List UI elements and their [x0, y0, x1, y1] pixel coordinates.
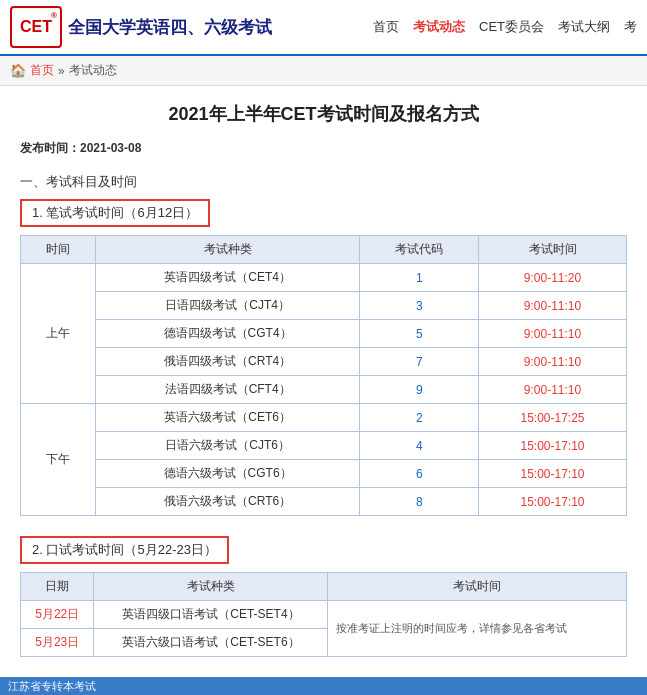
table-row: 上午 英语四级考试（CET4） 1 9:00-11:20: [21, 264, 627, 292]
publish-date: 2021-03-08: [80, 141, 141, 155]
table-row: 俄语六级考试（CRT6） 8 15:00-17:10: [21, 488, 627, 516]
period-afternoon: 下午: [21, 404, 96, 516]
oral-subtitle: 2. 口试考试时间（5月22-23日）: [20, 536, 229, 564]
exam-name: 德语四级考试（CGT4）: [95, 320, 360, 348]
watermark-bar: 江苏省专转本考试: [0, 677, 647, 695]
exam-name: 日语六级考试（CJT6）: [95, 432, 360, 460]
site-title: 全国大学英语四、六级考试: [68, 16, 272, 39]
main-content: 2021年上半年CET考试时间及报名方式 发布时间：2021-03-08 一、考…: [0, 86, 647, 673]
exam-time: 9:00-11:10: [479, 348, 627, 376]
exam-time: 15:00-17:10: [479, 488, 627, 516]
oral-date: 5月23日: [21, 629, 94, 657]
logo-text: CET: [20, 18, 52, 36]
period-morning: 上午: [21, 264, 96, 404]
exam-code: 3: [360, 292, 479, 320]
publish-label: 发布时间：: [20, 141, 80, 155]
exam-code: 8: [360, 488, 479, 516]
exam-name: 英语四级考试（CET4）: [95, 264, 360, 292]
oral-exam-name: 英语四级口语考试（CET-SET4）: [94, 601, 328, 629]
nav-news[interactable]: 考试动态: [413, 18, 465, 36]
exam-time: 15:00-17:10: [479, 432, 627, 460]
section-one-title: 一、考试科目及时间: [20, 173, 627, 191]
exam-time: 9:00-11:20: [479, 264, 627, 292]
nav-home[interactable]: 首页: [373, 18, 399, 36]
exam-code: 9: [360, 376, 479, 404]
main-nav: 首页 考试动态 CET委员会 考试大纲 考: [373, 18, 637, 36]
oral-exam-table: 日期 考试种类 考试时间 5月22日 英语四级口语考试（CET-SET4） 按准…: [20, 572, 627, 657]
oral-date: 5月22日: [21, 601, 94, 629]
exam-code: 1: [360, 264, 479, 292]
table-row: 德语六级考试（CGT6） 6 15:00-17:10: [21, 460, 627, 488]
nav-syllabus[interactable]: 考试大纲: [558, 18, 610, 36]
table-row: 下午 英语六级考试（CET6） 2 15:00-17:25: [21, 404, 627, 432]
table-row: 日语四级考试（CJT4） 3 9:00-11:10: [21, 292, 627, 320]
col-period: 时间: [21, 236, 96, 264]
home-icon: 🏠: [10, 63, 26, 78]
logo-area: CET ® 全国大学英语四、六级考试: [10, 6, 272, 48]
breadcrumb: 🏠 首页 » 考试动态: [0, 56, 647, 86]
col-code: 考试代码: [360, 236, 479, 264]
exam-code: 4: [360, 432, 479, 460]
written-subtitle: 1. 笔试考试时间（6月12日）: [20, 199, 210, 227]
exam-time: 15:00-17:25: [479, 404, 627, 432]
table-row: 俄语四级考试（CRT4） 7 9:00-11:10: [21, 348, 627, 376]
oral-note: 按准考证上注明的时间应考，详情参见各省考试: [328, 601, 627, 657]
oral-col-type: 考试种类: [94, 573, 328, 601]
exam-name: 日语四级考试（CJT4）: [95, 292, 360, 320]
exam-time: 9:00-11:10: [479, 292, 627, 320]
watermark-text: 江苏省专转本考试: [8, 680, 96, 692]
exam-code: 7: [360, 348, 479, 376]
exam-name: 俄语四级考试（CRT4）: [95, 348, 360, 376]
page-title: 2021年上半年CET考试时间及报名方式: [20, 102, 627, 126]
oral-exam-name: 英语六级口语考试（CET-SET6）: [94, 629, 328, 657]
nav-more[interactable]: 考: [624, 18, 637, 36]
exam-time: 9:00-11:10: [479, 320, 627, 348]
publish-time: 发布时间：2021-03-08: [20, 140, 627, 157]
exam-name: 法语四级考试（CFT4）: [95, 376, 360, 404]
oral-col-time: 考试时间: [328, 573, 627, 601]
breadcrumb-home[interactable]: 首页: [30, 62, 54, 79]
breadcrumb-separator: »: [58, 64, 65, 78]
exam-code: 5: [360, 320, 479, 348]
logo-sup: ®: [51, 11, 57, 20]
breadcrumb-current: 考试动态: [69, 62, 117, 79]
table-row: 德语四级考试（CGT4） 5 9:00-11:10: [21, 320, 627, 348]
table-row: 法语四级考试（CFT4） 9 9:00-11:10: [21, 376, 627, 404]
table-row: 5月22日 英语四级口语考试（CET-SET4） 按准考证上注明的时间应考，详情…: [21, 601, 627, 629]
table-row: 日语六级考试（CJT6） 4 15:00-17:10: [21, 432, 627, 460]
oral-col-date: 日期: [21, 573, 94, 601]
col-type: 考试种类: [95, 236, 360, 264]
exam-name: 英语六级考试（CET6）: [95, 404, 360, 432]
site-header: CET ® 全国大学英语四、六级考试 首页 考试动态 CET委员会 考试大纲 考: [0, 0, 647, 56]
nav-committee[interactable]: CET委员会: [479, 18, 544, 36]
exam-time: 15:00-17:10: [479, 460, 627, 488]
logo-box: CET ®: [10, 6, 62, 48]
exam-name: 俄语六级考试（CRT6）: [95, 488, 360, 516]
written-exam-table: 时间 考试种类 考试代码 考试时间 上午 英语四级考试（CET4） 1 9:00…: [20, 235, 627, 516]
exam-code: 6: [360, 460, 479, 488]
exam-name: 德语六级考试（CGT6）: [95, 460, 360, 488]
exam-code: 2: [360, 404, 479, 432]
col-time: 考试时间: [479, 236, 627, 264]
exam-time: 9:00-11:10: [479, 376, 627, 404]
